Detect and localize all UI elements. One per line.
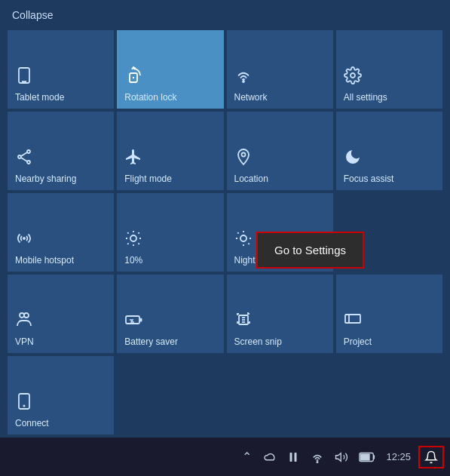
taskbar: ⌃ 12:25 [0, 438, 450, 476]
tile-nearby-sharing-label: Nearby sharing [15, 174, 76, 184]
tile-rotation-lock-label: Rotation lock [124, 92, 176, 103]
tile-connect[interactable]: Connect [8, 356, 114, 435]
night-light-icon [234, 229, 253, 250]
svg-line-10 [21, 158, 27, 161]
onedrive-icon[interactable] [259, 447, 279, 467]
location-icon [234, 148, 253, 169]
svg-line-9 [21, 152, 27, 156]
mobile-hotspot-icon [15, 229, 33, 250]
tile-brightness-label: 10% [124, 255, 142, 266]
tile-network-label: Network [234, 92, 268, 103]
tile-network[interactable]: Network [227, 30, 333, 109]
svg-point-11 [241, 152, 245, 156]
volume-icon[interactable] [332, 447, 351, 467]
svg-point-43 [317, 461, 319, 462]
wifi-icon[interactable] [308, 447, 327, 467]
flight-mode-icon [124, 148, 142, 169]
tile-screen-snip[interactable]: Screen snip [227, 275, 333, 353]
svg-rect-41 [290, 453, 292, 462]
tile-all-settings-label: All settings [344, 92, 387, 103]
tile-mobile-hotspot[interactable]: Mobile hotspot [8, 193, 114, 272]
brightness-icon [124, 229, 142, 250]
svg-line-25 [237, 232, 238, 233]
tile-project-label: Project [344, 336, 372, 347]
svg-line-26 [248, 243, 249, 244]
tile-location-label: Location [234, 174, 268, 184]
tile-location[interactable]: Location [227, 112, 333, 190]
tile-empty-3 [227, 356, 333, 435]
tile-tablet-mode[interactable]: Tablet mode [8, 30, 114, 109]
chevron-up-icon[interactable]: ⌃ [239, 447, 255, 467]
vpn-icon [15, 311, 33, 332]
svg-rect-42 [295, 453, 297, 462]
tile-battery-saver-label: Battery saver [124, 336, 178, 347]
tile-vpn-label: VPN [15, 336, 34, 347]
svg-line-16 [127, 232, 128, 233]
tile-empty-4 [336, 356, 442, 435]
notification-center-button[interactable] [418, 446, 444, 468]
goto-settings-button[interactable]: Go to Settings [256, 232, 364, 269]
tile-mobile-hotspot-label: Mobile hotspot [15, 255, 74, 266]
tile-brightness[interactable]: 10% [117, 193, 223, 272]
svg-point-5 [351, 73, 355, 78]
tile-flight-mode-label: Flight mode [124, 174, 172, 184]
tile-empty-2 [117, 356, 223, 435]
tablet-mode-icon [15, 66, 33, 88]
collapse-button[interactable]: Collapse [12, 9, 53, 21]
project-icon [344, 311, 362, 332]
collapse-bar: Collapse [0, 0, 450, 27]
pause-icon[interactable] [283, 447, 303, 467]
tile-battery-saver[interactable]: Battery saver [117, 275, 223, 353]
svg-point-7 [18, 155, 21, 158]
action-center: Collapse Tablet mode Rotation lock Netwo… [0, 0, 450, 438]
tile-all-settings[interactable]: All settings [336, 30, 442, 109]
tile-flight-mode[interactable]: Flight mode [117, 112, 223, 190]
svg-point-13 [130, 235, 136, 241]
tile-focus-assist-label: Focus assist [344, 174, 394, 184]
svg-line-17 [139, 243, 139, 244]
battery-icon[interactable] [356, 449, 378, 465]
svg-line-20 [127, 243, 128, 244]
svg-rect-0 [19, 68, 29, 83]
rotation-lock-icon [124, 66, 142, 88]
screen-snip-icon [234, 311, 253, 332]
svg-point-6 [27, 150, 30, 153]
svg-point-12 [23, 238, 25, 239]
svg-rect-38 [349, 315, 360, 323]
tile-screen-snip-label: Screen snip [234, 336, 282, 347]
network-icon [234, 66, 253, 88]
focus-assist-icon [344, 148, 362, 169]
svg-line-21 [139, 232, 139, 233]
svg-point-4 [243, 81, 244, 82]
tile-nearby-sharing[interactable]: Nearby sharing [8, 112, 114, 190]
tile-rotation-lock[interactable]: Rotation lock [117, 30, 223, 109]
tile-focus-assist[interactable]: Focus assist [336, 112, 442, 190]
tile-project[interactable]: Project [336, 275, 442, 353]
tile-connect-label: Connect [15, 418, 49, 428]
all-settings-icon [344, 66, 362, 88]
battery-saver-icon [124, 311, 142, 332]
svg-point-8 [27, 161, 30, 164]
taskbar-time[interactable]: 12:25 [383, 450, 414, 464]
tiles-grid: Tablet mode Rotation lock Network All se… [0, 27, 450, 438]
tile-vpn[interactable]: VPN [8, 275, 114, 353]
svg-point-30 [24, 313, 29, 318]
svg-rect-45 [360, 453, 370, 460]
nearby-sharing-icon [15, 148, 33, 169]
tile-tablet-mode-label: Tablet mode [15, 92, 64, 103]
connect-icon [15, 392, 33, 413]
svg-point-22 [240, 235, 246, 241]
